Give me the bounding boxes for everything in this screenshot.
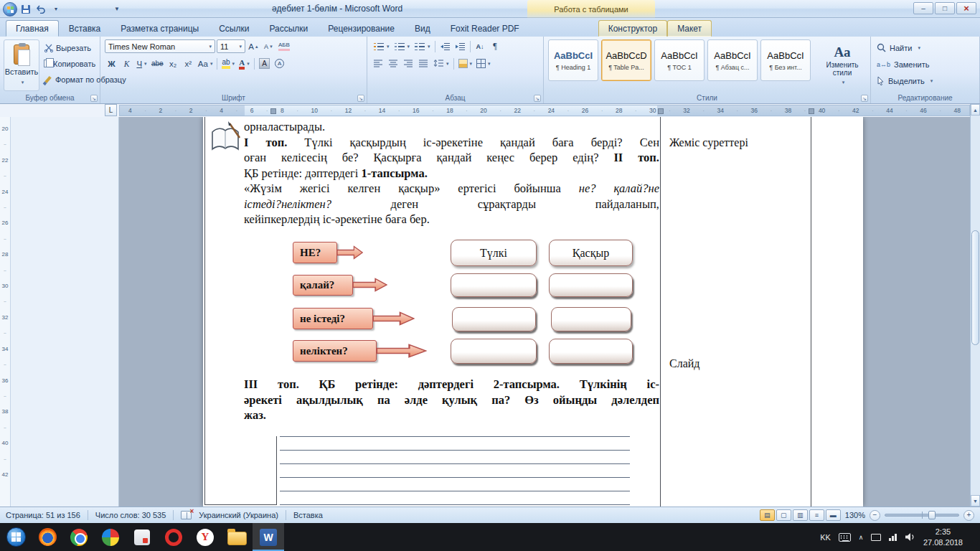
document-text-line[interactable]: ҚБ ретінде: дәптердегі 1-тапсырма. [244, 166, 659, 182]
style-item--table-pa-[interactable]: AaBbCcD¶ Table Pa... [601, 39, 651, 81]
undo-menu-button[interactable]: ▾ [50, 3, 62, 16]
clock[interactable]: 2:35 27.08.2018 [923, 527, 963, 547]
close-button[interactable]: × [956, 2, 976, 14]
style-item--heading-1[interactable]: AaBbCcI¶ Heading 1 [548, 39, 598, 81]
align-center-button[interactable] [387, 57, 400, 70]
replace-button[interactable]: a↔b Заменить [877, 57, 979, 72]
diagram-label-why[interactable]: неліктен? [293, 340, 377, 362]
document-text-line[interactable]: орналастырады. [244, 119, 659, 135]
show-formatting-marks-button[interactable]: ¶ [489, 39, 502, 53]
sort-button[interactable]: А↓ [473, 39, 487, 53]
scroll-down-button[interactable]: ▼ [971, 495, 980, 507]
chevron-up-icon[interactable]: ∧ [859, 534, 864, 541]
styles-dialog-launcher[interactable]: ↘ [861, 95, 868, 102]
style-item--абзац-с-[interactable]: AaBbCcI¶ Абзац с... [707, 39, 758, 81]
sidebar-note-bottom[interactable]: Слайд [669, 357, 699, 370]
bullets-button[interactable]: ▾ [372, 39, 391, 53]
decrease-indent-button[interactable] [438, 39, 452, 53]
customize-qat-button[interactable]: ▼ [110, 3, 123, 16]
diagram-box-empty[interactable] [549, 339, 633, 364]
tab-foxit-reader-pdf[interactable]: Foxit Reader PDF [440, 20, 529, 37]
diagram-label-how[interactable]: қалай? [293, 275, 353, 296]
clipboard-dialog-launcher[interactable]: ↘ [90, 95, 98, 102]
keyboard-icon[interactable] [839, 533, 851, 542]
diagram-box-wolf[interactable]: Қасқыр [549, 240, 633, 266]
diagram-box-empty[interactable] [451, 339, 537, 364]
diagram-box-empty[interactable] [549, 273, 633, 297]
full-screen-reading-view-button[interactable]: ▢ [776, 509, 791, 521]
taskbar-yandex-button[interactable]: Y [189, 523, 221, 551]
paste-button[interactable]: Вставить ▾ [4, 39, 39, 91]
tab-конструктор[interactable]: Конструктор [598, 20, 667, 37]
style-item--без-инт-[interactable]: AaBbCcI¶ Без инт... [760, 39, 811, 81]
word-count[interactable]: Число слов: 30 535 [95, 511, 166, 519]
italic-button[interactable]: К [120, 57, 133, 70]
document-text-line[interactable]: әрекеті ақылдылық па әлде қулық па? Өз о… [244, 392, 659, 408]
document-text-line[interactable]: ІІІ топ. ҚБ ретінде: дәптердегі 2-тапсыр… [244, 377, 659, 392]
taskbar-chrome-button[interactable] [63, 523, 95, 551]
font-color-button[interactable]: А▾ [237, 57, 251, 70]
diagram-label-what[interactable]: НЕ? [293, 242, 337, 263]
zoom-slider-thumb[interactable] [928, 511, 936, 519]
zoom-level[interactable]: 130% [845, 511, 865, 519]
spellcheck-icon[interactable]: × [181, 511, 192, 519]
change-case-button[interactable]: Аа▾ [197, 57, 215, 70]
document-text-line[interactable]: істеді?неліктен? деген сұрақтарды пайдал… [244, 197, 659, 212]
tab-разметка-страницы[interactable]: Разметка страницы [110, 20, 209, 37]
web-layout-view-button[interactable]: ▥ [793, 509, 808, 521]
tab-рассылки[interactable]: Рассылки [259, 20, 318, 37]
taskbar-word-button[interactable]: W [253, 523, 284, 551]
superscript-button[interactable]: x² [182, 57, 195, 70]
start-button[interactable] [0, 523, 32, 551]
scroll-up-button[interactable]: ▲ [971, 104, 980, 116]
shrink-font-button[interactable]: А▼ [262, 39, 275, 53]
arrow-right-shape[interactable] [337, 245, 363, 260]
taskbar-explorer-button[interactable] [221, 523, 253, 551]
document-text-line[interactable]: жаз. [244, 408, 659, 423]
arrow-right-shape[interactable] [377, 343, 427, 359]
document-text-line[interactable]: «Жүзім жегісі келген қасқыр» ертегісі бо… [244, 181, 659, 197]
restore-button[interactable]: □ [935, 2, 955, 14]
multilevel-list-button[interactable]: ▾ [413, 39, 432, 53]
align-right-button[interactable] [402, 57, 415, 70]
taskbar-white-app-button[interactable] [126, 523, 158, 551]
document-text-line[interactable]: кейіпкерлердің іс-әрекетіне баға бер. [244, 212, 659, 227]
diagram-box-empty[interactable] [451, 273, 537, 297]
diagram-label-did-what[interactable]: не істеді? [293, 308, 373, 329]
display-icon[interactable] [871, 534, 881, 541]
borders-button[interactable]: ▾ [475, 57, 492, 70]
diagram-box-fox[interactable]: Түлкі [451, 240, 537, 266]
zoom-in-button[interactable]: + [963, 510, 974, 521]
tab-ссылки[interactable]: Ссылки [209, 20, 259, 37]
document-text-line[interactable]: І топ. Түлкі қасқырдың іс-әрекетіне қанд… [244, 135, 659, 151]
diagram-box-empty[interactable] [452, 307, 536, 331]
taskbar-opera-button[interactable] [158, 523, 189, 551]
underline-button[interactable]: Ч▾ [135, 57, 149, 70]
arrow-right-shape[interactable] [353, 277, 387, 293]
tab-selector[interactable]: L [105, 104, 117, 116]
print-layout-view-button[interactable]: ▤ [760, 509, 775, 521]
tab-рецензирование[interactable]: Рецензирование [318, 20, 405, 37]
justify-button[interactable] [417, 57, 430, 70]
shading-button[interactable]: ▾ [457, 57, 474, 70]
style-item--тос-1[interactable]: AaBbCcI¶ ТОС 1 [654, 39, 705, 81]
taskbar-colorful-app-button[interactable] [95, 523, 126, 551]
font-family-select[interactable]: Times New Roman▾ [105, 39, 215, 53]
vertical-scrollbar[interactable]: ▲ ▼ [970, 104, 980, 507]
align-left-button[interactable] [372, 57, 385, 70]
diagram-box-empty[interactable] [551, 307, 631, 331]
volume-icon[interactable] [905, 532, 915, 542]
tab-макет[interactable]: Макет [667, 20, 712, 37]
language-switcher[interactable]: KK [820, 533, 831, 542]
scrollbar-thumb[interactable] [971, 230, 979, 345]
tab-вид[interactable]: Вид [405, 20, 440, 37]
character-shading-button[interactable]: А [258, 57, 271, 70]
clear-formatting-button[interactable]: АБВ [277, 39, 291, 53]
grow-font-button[interactable]: А▲ [247, 39, 260, 53]
bold-button[interactable]: Ж [105, 57, 118, 70]
line-spacing-button[interactable]: ▾ [432, 57, 451, 70]
page-indicator[interactable]: Страница: 51 из 156 [6, 511, 80, 519]
numbering-button[interactable]: ▾ [392, 39, 412, 53]
save-button[interactable] [19, 3, 32, 16]
font-size-select[interactable]: 11▾ [217, 39, 245, 53]
